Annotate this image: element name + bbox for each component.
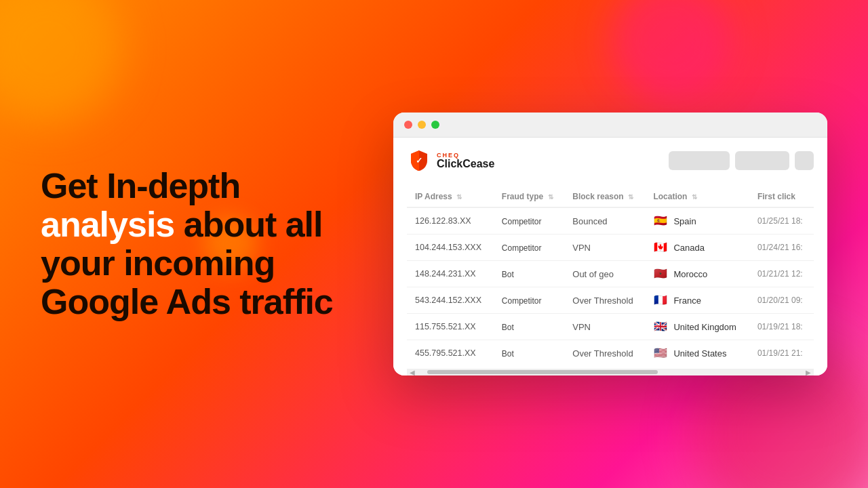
- country-name: Morocco: [673, 269, 707, 279]
- flag-icon: 🇪🇸: [653, 216, 668, 226]
- cell-fraud: Bot: [494, 340, 564, 367]
- country-name: Canada: [673, 243, 705, 253]
- cell-firstclick: 01/24/21 16:: [749, 235, 814, 261]
- data-table: IP Adress ⇅ Fraud type ⇅ Block reason ⇅ …: [407, 186, 814, 366]
- browser-dot-red[interactable]: [404, 121, 412, 129]
- logo-shield-icon: ✓: [407, 148, 431, 173]
- country-name: France: [673, 296, 701, 306]
- cell-ip: 104.244.153.XXX: [407, 235, 494, 261]
- svg-text:✓: ✓: [416, 156, 422, 165]
- headline-line4: Google Ads traffic: [41, 282, 333, 321]
- browser-content: ✓ CHEQ ClickCease IP Adress ⇅ Fraud ty: [393, 138, 827, 375]
- cell-block: Out of geo: [564, 261, 645, 287]
- nav-pill-2: [735, 151, 789, 170]
- cell-location: 🇺🇸 United States: [645, 340, 749, 367]
- scroll-right-arrow[interactable]: ▶: [806, 369, 811, 376]
- sort-icon-fraud: ⇅: [548, 193, 553, 201]
- decoration-blob-tl: [0, 0, 122, 122]
- cell-block: VPN: [564, 314, 645, 340]
- country-name: Spain: [673, 216, 696, 226]
- cell-fraud: Bot: [494, 314, 564, 340]
- logo-text: CHEQ ClickCease: [437, 152, 494, 169]
- cell-fraud: Competitor: [494, 235, 564, 261]
- cell-firstclick: 01/19/21 18:: [749, 314, 814, 340]
- table-container: IP Adress ⇅ Fraud type ⇅ Block reason ⇅ …: [407, 186, 814, 366]
- headline-highlight: analysis: [41, 205, 174, 244]
- cell-ip: 115.755.521.XX: [407, 314, 494, 340]
- logo-brand-label: ClickCease: [437, 159, 494, 169]
- nav-placeholders: [669, 151, 814, 170]
- decoration-blob-tr: [610, 0, 732, 102]
- cell-firstclick: 01/19/21 21:: [749, 340, 814, 367]
- cell-location: 🇲🇦 Morocco: [645, 261, 749, 287]
- cell-ip: 148.244.231.XX: [407, 261, 494, 287]
- headline-line2-rest: about all: [174, 205, 322, 244]
- sort-icon-location: ⇅: [692, 193, 697, 201]
- table-header: IP Adress ⇅ Fraud type ⇅ Block reason ⇅ …: [407, 186, 814, 207]
- headline: Get In-depth analysis about all your inc…: [41, 167, 339, 322]
- table-row: 543.244.152.XXX Competitor Over Threshol…: [407, 287, 814, 314]
- table-row: 148.244.231.XX Bot Out of geo 🇲🇦 Morocco…: [407, 261, 814, 287]
- col-block: Block reason ⇅: [564, 186, 645, 207]
- nav-square: [795, 151, 814, 170]
- col-ip: IP Adress ⇅: [407, 186, 494, 207]
- col-location: Location ⇅: [645, 186, 749, 207]
- scroll-left-arrow[interactable]: ◀: [410, 369, 415, 376]
- browser-window: ✓ CHEQ ClickCease IP Adress ⇅ Fraud ty: [393, 113, 827, 375]
- cell-fraud: Bot: [494, 261, 564, 287]
- flag-icon: 🇬🇧: [653, 321, 668, 332]
- left-section: Get In-depth analysis about all your inc…: [41, 167, 339, 322]
- table-body: 126.122.83.XX Competitor Bounced 🇪🇸 Spai…: [407, 207, 814, 366]
- cell-block: VPN: [564, 235, 645, 261]
- browser-dot-green[interactable]: [431, 121, 439, 129]
- cell-location: 🇬🇧 United Kingdom: [645, 314, 749, 340]
- cell-block: Over Threshold: [564, 340, 645, 367]
- sort-icon-block: ⇅: [628, 193, 633, 201]
- col-fraud: Fraud type ⇅: [494, 186, 564, 207]
- scrollbar-thumb[interactable]: [427, 370, 658, 374]
- sort-icon-ip: ⇅: [456, 193, 462, 201]
- scrollbar-track[interactable]: ◀ ▶: [407, 369, 814, 375]
- cell-ip: 543.244.152.XXX: [407, 287, 494, 314]
- flag-icon: 🇺🇸: [653, 348, 668, 359]
- country-name: United Kingdom: [673, 322, 736, 332]
- table-row: 126.122.83.XX Competitor Bounced 🇪🇸 Spai…: [407, 207, 814, 235]
- headline-line1: Get In-depth: [41, 166, 240, 205]
- app-header: ✓ CHEQ ClickCease: [407, 148, 814, 173]
- col-firstclick: First click: [749, 186, 814, 207]
- table-header-row: IP Adress ⇅ Fraud type ⇅ Block reason ⇅ …: [407, 186, 814, 207]
- browser-titlebar: [393, 113, 827, 138]
- cell-fraud: Competitor: [494, 287, 564, 314]
- cell-block: Over Threshold: [564, 287, 645, 314]
- cell-location: 🇫🇷 France: [645, 287, 749, 314]
- cell-fraud: Competitor: [494, 207, 564, 235]
- country-name: United States: [673, 348, 726, 359]
- cell-firstclick: 01/20/21 09:: [749, 287, 814, 314]
- headline-line3: your incoming: [41, 243, 275, 283]
- cell-firstclick: 01/21/21 12:: [749, 261, 814, 287]
- cell-ip: 455.795.521.XX: [407, 340, 494, 367]
- flag-icon: 🇲🇦: [653, 268, 668, 279]
- cell-ip: 126.122.83.XX: [407, 207, 494, 235]
- cell-block: Bounced: [564, 207, 645, 235]
- logo-area: ✓ CHEQ ClickCease: [407, 148, 494, 173]
- table-row: 455.795.521.XX Bot Over Threshold 🇺🇸 Uni…: [407, 340, 814, 367]
- cell-location: 🇪🇸 Spain: [645, 207, 749, 235]
- flag-icon: 🇨🇦: [653, 242, 668, 253]
- nav-pill-1: [669, 151, 730, 170]
- cell-location: 🇨🇦 Canada: [645, 235, 749, 261]
- cell-firstclick: 01/25/21 18:: [749, 207, 814, 235]
- browser-dot-yellow[interactable]: [418, 121, 426, 129]
- table-row: 104.244.153.XXX Competitor VPN 🇨🇦 Canada…: [407, 235, 814, 261]
- table-row: 115.755.521.XX Bot VPN 🇬🇧 United Kingdom…: [407, 314, 814, 340]
- flag-icon: 🇫🇷: [653, 295, 668, 306]
